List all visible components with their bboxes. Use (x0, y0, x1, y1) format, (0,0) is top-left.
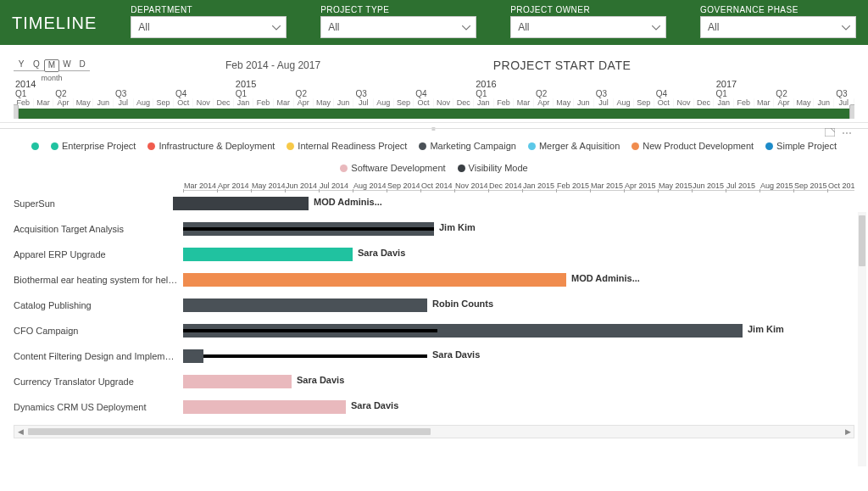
slider-handle-left[interactable] (14, 104, 19, 119)
filter-label: DEPARTMENT (131, 5, 287, 14)
bar-owner-label: Jim Kim (748, 324, 784, 334)
quarter-label: Q3 (114, 89, 174, 98)
bar-owner-label: Sara Davis (432, 349, 480, 360)
month-label: Jun (93, 98, 114, 107)
filter-project-owner: PROJECT OWNER All (510, 5, 666, 38)
scroll-thumb[interactable] (859, 215, 865, 266)
legend-item[interactable]: Enterprise Project (51, 141, 136, 151)
filter-label: GOVERNANCE PHASE (700, 5, 856, 14)
legend-swatch (287, 142, 294, 150)
gantt-bar[interactable]: Sara Davis (183, 375, 292, 388)
month-label: Jan (234, 98, 254, 107)
gantt-row: Acquisition Target AnalysisJim Kim (14, 216, 854, 242)
month-label: May (74, 98, 94, 107)
filter-value: All (708, 21, 719, 33)
quarter-label: Q3 (353, 89, 414, 98)
filter-select-project-owner[interactable]: All (510, 16, 666, 38)
month-label: Jul (114, 98, 134, 107)
month-label: Nov (434, 98, 454, 107)
filter-select-project-type[interactable]: All (320, 16, 476, 38)
granularity-option-d[interactable]: D (75, 59, 90, 71)
granularity-option-w[interactable]: W (59, 59, 75, 71)
month-label: Feb (253, 98, 274, 107)
legend-swatch (528, 142, 536, 150)
gantt-bar-area: Sara Davis (183, 242, 854, 267)
legend-label: Infrastructure & Deployment (159, 141, 275, 151)
month-label: Feb (494, 98, 515, 107)
project-name: SuperSun (14, 198, 183, 209)
gantt-bar[interactable]: Robin Counts (183, 299, 427, 312)
month-label: Jan (714, 98, 734, 107)
filter-select-department[interactable]: All (131, 16, 287, 38)
slider-handle-right[interactable] (849, 104, 854, 119)
range-text: Feb 2014 - Aug 2017 (225, 59, 320, 71)
month-label: Oct (174, 98, 194, 107)
month-label: Mar (34, 98, 54, 107)
legend-item[interactable]: Merger & Aquisition (528, 141, 620, 151)
filter-select-governance-phase[interactable]: All (700, 16, 856, 38)
month-label: Dec (453, 98, 474, 107)
month-label: Dec (694, 98, 715, 107)
gantt-bar[interactable]: MOD Adminis... (173, 197, 309, 210)
vertical-scrollbar[interactable] (858, 212, 866, 442)
gantt-row: CFO CampaignJim Kim (14, 318, 854, 343)
granularity-picker[interactable]: YQMmonthWD (14, 59, 90, 72)
bar-owner-label: MOD Adminis... (571, 273, 640, 283)
gantt-row: Apparel ERP UpgradeSara Davis (14, 242, 854, 267)
scroll-left-icon[interactable]: ◀ (14, 427, 26, 436)
legend-label: Simple Project (776, 141, 837, 151)
granularity-option-q[interactable]: Q (29, 59, 44, 71)
legend-item[interactable]: Marketing Campaign (419, 141, 516, 151)
range-slider[interactable] (14, 109, 854, 119)
gantt-bar[interactable]: Sara Davis (183, 400, 346, 414)
legend-item[interactable] (31, 141, 39, 151)
quarter-label: Q2 (53, 89, 114, 98)
legend-label: Marketing Campaign (430, 141, 516, 151)
quarter-label: Q1 (715, 89, 775, 98)
month-label: Apr (294, 98, 314, 107)
axis-title: PROJECT START DATE (320, 59, 804, 72)
legend-label: Visibility Mode (469, 163, 528, 173)
month-label: Dec (214, 98, 234, 107)
quarter-label: Q3 (594, 89, 654, 98)
horizontal-scrollbar[interactable]: ◀ ▶ (14, 425, 854, 438)
month-label: Sep (394, 98, 415, 107)
gantt-bar[interactable]: Sara Davis (183, 248, 353, 261)
legend-label: Internal Readiness Project (298, 141, 407, 151)
gantt-bar[interactable] (183, 349, 203, 363)
granularity-option-m[interactable]: Mmonth (44, 59, 59, 72)
page-title: TIMELINE (12, 5, 97, 33)
project-name: Acquisition Target Analysis (14, 224, 183, 234)
month-label: Nov (193, 98, 214, 107)
legend-item[interactable]: Internal Readiness Project (287, 141, 407, 151)
month-label: May (314, 98, 334, 107)
scroll-right-icon[interactable]: ▶ (842, 427, 854, 436)
chevron-down-icon (462, 21, 470, 33)
scroll-thumb[interactable] (28, 428, 431, 435)
bar-owner-label: Jim Kim (439, 222, 476, 232)
legend-item[interactable]: Software Development (340, 163, 445, 173)
legend-swatch (632, 142, 639, 150)
gantt-bar[interactable]: MOD Adminis... (183, 273, 566, 287)
quarter-label: Q1 (14, 89, 53, 98)
quarter-label: Q4 (654, 89, 715, 98)
quarter-label: Q1 (474, 89, 534, 98)
legend-item[interactable]: Simple Project (765, 141, 837, 151)
filter-department: DEPARTMENT All (131, 5, 287, 38)
gantt-month-label: Apr 2015 (624, 181, 658, 191)
gantt-bar-area: Sara Davis (183, 394, 854, 420)
gantt-row: Dynamics CRM US DeploymentSara Davis (14, 394, 854, 420)
gantt-month-label: May 2014 (251, 181, 285, 191)
gantt-month-label: Oct 2015 (827, 181, 854, 191)
legend-item[interactable]: Infrastructure & Deployment (147, 141, 275, 151)
granularity-option-y[interactable]: Y (14, 59, 29, 71)
legend-item[interactable]: New Product Development (632, 141, 754, 151)
pane-divider[interactable]: ≡ ⋯ (0, 128, 868, 129)
gantt-bar-area: MOD Adminis... (183, 267, 854, 293)
legend-label: Software Development (351, 163, 445, 173)
legend-item[interactable]: Visibility Mode (458, 163, 528, 173)
chevron-down-icon (842, 21, 850, 33)
gantt-month-label: Sep 2015 (793, 181, 827, 191)
project-name: Biothermal ear heating system for helmet… (14, 275, 183, 285)
month-label: Aug (374, 98, 394, 107)
